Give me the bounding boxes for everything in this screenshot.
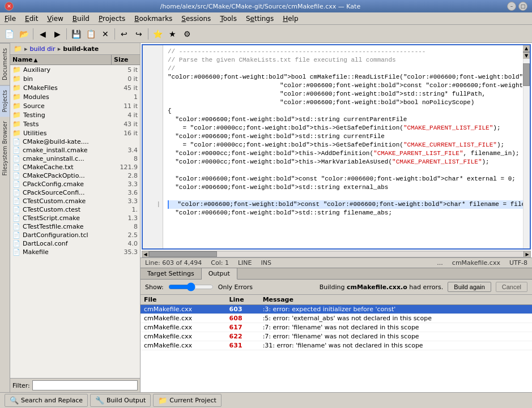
line-number (147, 98, 160, 107)
breadcrumb-sep: ▸ (58, 45, 61, 53)
list-item[interactable]: 📄CTestScript.cmake1.3 (10, 214, 140, 222)
menu-edit[interactable]: Edit (20, 14, 42, 24)
scroll-thumb[interactable] (523, 63, 530, 86)
list-item[interactable]: 📁Utilities16 it (10, 128, 140, 138)
col-name[interactable]: Name ▲ (10, 55, 112, 65)
current-project-button[interactable]: 📁 Current Project (153, 394, 221, 407)
list-item[interactable]: 📄CMakeCache.txt121.9 (10, 163, 140, 171)
file-size: 5 it (115, 66, 138, 74)
sidebar-tab-documents[interactable]: Documents (0, 43, 10, 85)
list-item[interactable]: 📄CTestCustom.ctest1. (10, 205, 140, 214)
menu-view[interactable]: View (42, 14, 67, 24)
file-name: Auxiliary (23, 66, 115, 74)
code-line: "color:#006600;font-weight:bold">std::st… (168, 183, 523, 192)
menu-build[interactable]: Build (68, 14, 94, 24)
list-item[interactable]: 📄CMakeCPackOptio...2.8 (10, 171, 140, 180)
line-number (147, 90, 160, 98)
maximize-button[interactable]: □ (518, 2, 527, 11)
tab-output[interactable]: Output (202, 268, 237, 280)
undo-button[interactable]: ↩ (117, 27, 131, 41)
minimize-button[interactable]: – (507, 2, 516, 11)
back-button[interactable]: ◀ (36, 27, 49, 41)
col-size[interactable]: Size (112, 55, 140, 65)
table-row[interactable]: cmMakefile.cxx608:5: error: 'external_ab… (141, 314, 532, 323)
menu-tools[interactable]: Tools (215, 14, 241, 24)
code-line (168, 192, 523, 200)
filter-slider[interactable] (168, 283, 214, 291)
table-row[interactable]: cmMakefile.cxx603:3: error: expected ini… (141, 305, 532, 314)
errors-label: Only Errors (218, 284, 253, 291)
prev-bookmark-button[interactable]: ★ (165, 27, 179, 41)
code-line: "color:#006600;font-weight:bold">const "… (168, 81, 523, 90)
list-item[interactable]: 📁bin0 it (10, 74, 140, 83)
code-editor[interactable]: | // -----------------------------------… (143, 45, 523, 248)
list-item[interactable]: 📁Auxiliary5 it (10, 65, 140, 74)
menu-projects[interactable]: Projects (94, 14, 130, 24)
table-row[interactable]: cmMakefile.cxx631:31: error: 'filename' … (141, 341, 532, 350)
list-item[interactable]: 📁Tests43 it (10, 119, 140, 128)
save-button[interactable]: 💾 (69, 27, 83, 41)
tab-target-settings[interactable]: Target Settings (141, 268, 202, 279)
menu-file[interactable]: File (0, 14, 20, 24)
menu-bookmarks[interactable]: Bookmarks (130, 14, 177, 24)
list-item[interactable]: 📁Testing4 it (10, 110, 140, 119)
list-item[interactable]: 📄DartConfiguration.tcl2.5 (10, 231, 140, 239)
save-as-button[interactable]: 📋 (84, 27, 97, 41)
file-name: CMakeCache.txt (23, 164, 115, 171)
breadcrumb-parent[interactable]: build dir (30, 45, 56, 53)
error-message: :7: error: 'filename' was not declared i… (259, 323, 532, 332)
error-message: :31: error: 'filename' was not declared … (259, 341, 532, 350)
list-item[interactable]: 📁Modules1 (10, 92, 140, 101)
filter-input[interactable] (32, 380, 138, 390)
hscroll-thumb[interactable] (149, 251, 217, 257)
editor-vscroll[interactable]: ▲ ▼ (523, 45, 530, 59)
table-row[interactable]: cmMakefile.cxx617:7: error: 'filename' w… (141, 323, 532, 332)
bookmark-button[interactable]: ⭐ (151, 27, 164, 41)
file-icon: 📄 (12, 197, 20, 205)
editor-area: | // -----------------------------------… (141, 43, 532, 268)
list-item[interactable]: 📄Makefile35.3 (10, 248, 140, 256)
list-item[interactable]: 📄CPackConfig.cmake3.3 (10, 180, 140, 188)
code-content[interactable]: // -------------------------------------… (163, 45, 523, 248)
scroll-up-btn[interactable]: ▲ (523, 45, 530, 52)
table-row[interactable]: cmMakefile.cxx622:7: error: 'filename' w… (141, 332, 532, 341)
file-name: DartLocal.conf (23, 240, 115, 247)
list-item[interactable]: 📄CMake@build-kate.... (10, 138, 140, 146)
menu-settings[interactable]: Settings (241, 14, 278, 24)
scroll-down-btn[interactable]: ▼ (523, 52, 530, 59)
search-icon: 🔍 (10, 396, 19, 405)
close-button[interactable]: ✕ (5, 2, 14, 11)
build-output-button[interactable]: 🔧 Build Output (90, 394, 151, 407)
statusbar-line: Line: 603 of 4,494 (145, 259, 202, 267)
forward-button[interactable]: ▶ (50, 27, 64, 41)
hscroll-right-btn[interactable]: ▶ (524, 251, 530, 257)
file-icon: 📄 (12, 138, 20, 145)
list-item[interactable]: 📄cmake_uninstall.c...8 (10, 154, 140, 163)
list-item[interactable]: 📄CTestTestfile.cmake8 (10, 222, 140, 231)
error-file: cmMakefile.cxx (141, 314, 226, 323)
list-item[interactable]: 📄CPackSourceConfi...3.6 (10, 188, 140, 197)
file-size: 45 it (115, 84, 138, 92)
list-item[interactable]: 📁Source11 it (10, 101, 140, 110)
table-header-row: File Line Message (141, 295, 532, 305)
list-item[interactable]: 📄CTestCustom.cmake3.3 (10, 197, 140, 205)
menu-help[interactable]: Help (278, 14, 303, 24)
search-replace-button[interactable]: 🔍 Search and Replace (5, 394, 88, 407)
list-item[interactable]: 📁CMakeFiles45 it (10, 83, 140, 92)
list-item[interactable]: 📄DartLocal.conf4.0 (10, 239, 140, 248)
redo-button[interactable]: ↪ (132, 27, 146, 41)
sidebar-tab-projects[interactable]: Projects (0, 85, 10, 117)
open-button[interactable]: 📂 (17, 27, 31, 41)
list-item[interactable]: 📄cmake_install.cmake3.4 (10, 146, 140, 154)
sidebar-tab-filesystem[interactable]: Filesystem Browser (0, 117, 10, 181)
close-doc-button[interactable]: ✕ (99, 27, 112, 41)
cancel-button[interactable]: Cancel (496, 282, 527, 292)
build-again-button[interactable]: Build again (448, 282, 491, 292)
hscroll-left-btn[interactable]: ◀ (142, 251, 149, 257)
menu-sessions[interactable]: Sessions (177, 14, 215, 24)
file-size: 8 (115, 155, 138, 162)
settings-button[interactable]: ⚙ (180, 27, 194, 41)
error-message: :7: error: 'filename' was not declared i… (259, 332, 532, 341)
titlebar-controls[interactable]: ✕ (5, 2, 14, 11)
new-button[interactable]: 📄 (2, 27, 16, 41)
